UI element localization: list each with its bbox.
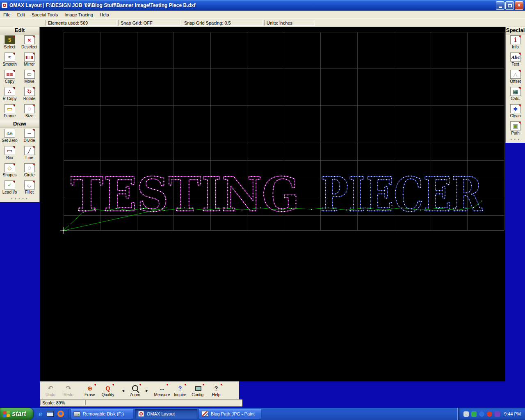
drawing-canvas[interactable]: TESTINGTESTINGPIECERPIECER	[40, 27, 505, 381]
move-button[interactable]: ▭Move	[20, 69, 39, 86]
info-button[interactable]: iInfo	[506, 34, 525, 52]
offset-button[interactable]: △Offset	[506, 69, 525, 86]
button-label: Info	[512, 45, 519, 49]
show-desktop-icon[interactable]	[47, 410, 54, 418]
firefox-icon[interactable]	[57, 410, 64, 418]
select-icon: 5	[5, 35, 15, 44]
fillet-icon: ◡	[24, 180, 35, 189]
button-label: Quality	[101, 393, 114, 397]
deselect-button[interactable]: ×Deselect	[20, 34, 39, 52]
status-strip: Elements used: 569Snap Grid: OFFSnap Gri…	[0, 19, 525, 27]
measure-button[interactable]: ↔Measure	[153, 382, 171, 399]
path-icon: ▣	[510, 121, 521, 130]
frame-button[interactable]: ▭Frame	[0, 103, 19, 121]
button-label: Help	[212, 393, 221, 397]
maximize-button[interactable]	[505, 1, 514, 10]
button-label: Clean	[510, 114, 520, 118]
line-icon: ╱	[24, 146, 35, 155]
menu-file[interactable]: File	[0, 11, 14, 18]
text-button[interactable]: AbcText	[506, 52, 525, 69]
box-button[interactable]: ▭Box	[0, 145, 19, 162]
lead-io-icon: ✓	[5, 180, 15, 189]
edit-buttons: 5Select×Deselect≈Smooth◧◨Mirror▦▦Copy▭Mo…	[0, 34, 39, 121]
clean-icon: ∗	[510, 104, 521, 113]
title-bar[interactable]: OMAX Layout | F:\DESIGN JOB '09\Blog Stu…	[0, 0, 525, 11]
button-label: Lead i/o	[2, 190, 17, 194]
undo-button: ↶Undo	[41, 382, 59, 399]
internet-explorer-icon[interactable]: e	[37, 410, 44, 418]
minimize-icon	[499, 7, 502, 8]
task-removable-disk-f[interactable]: Removable Disk (F:)	[71, 409, 133, 419]
divide-button[interactable]: ┄Divide	[20, 128, 39, 145]
windows-flag-icon	[3, 411, 10, 417]
fillet-button[interactable]: ◡Fillet	[20, 180, 39, 197]
status-filler	[85, 400, 242, 405]
erase-icon: ⊕	[84, 384, 96, 393]
help-button[interactable]: ?Help	[207, 382, 225, 399]
status-elements-used: Elements used: 569	[46, 20, 117, 26]
start-button[interactable]: start	[0, 408, 33, 420]
menu-special-tools[interactable]: Special Tools	[28, 11, 62, 18]
tray-icon-5[interactable]	[495, 411, 500, 417]
word-piecer: PIECERPIECER	[320, 167, 483, 222]
button-label: Divide	[24, 138, 35, 143]
select-button[interactable]: 5Select	[0, 34, 19, 52]
button-label: Circle	[24, 173, 35, 177]
removable-disk-icon	[73, 410, 81, 418]
config-button[interactable]: Config.	[189, 382, 207, 399]
circle-icon: ◌	[24, 163, 35, 172]
quality-icon: Q	[102, 384, 114, 393]
menu-help[interactable]: Help	[96, 11, 112, 18]
inquire-button[interactable]: ?Inquire	[171, 382, 189, 399]
zoom-button[interactable]: Zoom	[126, 382, 144, 399]
button-label: Deselect	[21, 45, 37, 49]
task-omax-layout[interactable]: OMAX Layout	[135, 409, 197, 419]
task-label: Removable Disk (F:)	[83, 411, 124, 416]
right-toolbar: SpecialiInfoAbcText△Offset▦Calc.∗Clean▣P…	[505, 27, 525, 143]
menu-image-tracing[interactable]: Image Tracing	[61, 11, 96, 18]
mirror-button[interactable]: ◧◨Mirror	[20, 52, 39, 69]
omax-layout-window: OMAX Layout | F:\DESIGN JOB '09\Blog Stu…	[0, 0, 525, 420]
button-label: Mirror	[24, 62, 34, 66]
size-button[interactable]: ◌Size	[20, 103, 39, 121]
divide-icon: ┄	[24, 129, 35, 138]
paint-icon	[201, 410, 209, 418]
rotate-button[interactable]: ↻Rotate	[20, 86, 39, 103]
minimize-button[interactable]	[496, 1, 504, 10]
button-label: Text	[511, 62, 519, 66]
deselect-icon: ×	[24, 35, 35, 44]
box-icon: ▭	[5, 146, 15, 155]
tray-icon-1[interactable]	[463, 411, 469, 417]
close-button[interactable]: ×	[515, 1, 523, 10]
lead-io-button[interactable]: ✓Lead i/o	[0, 180, 19, 197]
scale-indicator: Scale: 89%	[40, 400, 84, 405]
zoom-next-button[interactable]: ▶	[144, 382, 150, 399]
button-label: Offset	[510, 79, 521, 84]
button-label: R-Copy	[3, 96, 17, 101]
r-copy-button[interactable]: ∴R-Copy	[0, 86, 19, 103]
task-blog-path-jpg-paint[interactable]: Blog Path.JPG - Paint	[199, 409, 261, 419]
svg-text:TESTING: TESTING	[71, 167, 299, 222]
menu-edit[interactable]: Edit	[14, 11, 28, 18]
bottom-toolbar: ↶Undo↷Redo⊕EraseQQuality◀Zoom▶↔Measure?I…	[40, 381, 239, 399]
set-zero-button[interactable]: (0,0)Set Zero	[0, 128, 19, 145]
path-button[interactable]: ▣Path	[506, 121, 525, 138]
menu-bar: FileEditSpecial ToolsImage TracingHelp	[0, 11, 525, 19]
redo-button: ↷Redo	[59, 382, 78, 399]
button-label: Redo	[64, 393, 73, 397]
tray-icon-4[interactable]	[487, 411, 492, 417]
quality-button[interactable]: QQuality	[99, 382, 117, 399]
calc-icon: ▦	[510, 87, 521, 96]
line-button[interactable]: ╱Line	[20, 145, 39, 162]
smooth-button[interactable]: ≈Smooth	[0, 52, 19, 69]
circle-button[interactable]: ◌Circle	[20, 162, 39, 180]
calc-button[interactable]: ▦Calc.	[506, 86, 525, 103]
copy-button[interactable]: ▦▦Copy	[0, 69, 19, 86]
zoom-prev-button[interactable]: ◀	[120, 382, 126, 399]
clean-button[interactable]: ∗Clean	[506, 103, 525, 121]
tray-icon-2[interactable]	[471, 411, 477, 417]
tray-icon-3[interactable]	[479, 411, 484, 417]
shapes-button[interactable]: ◇Shapes	[0, 162, 19, 180]
erase-button[interactable]: ⊕Erase	[81, 382, 99, 399]
copy-icon: ▦▦	[5, 70, 15, 79]
